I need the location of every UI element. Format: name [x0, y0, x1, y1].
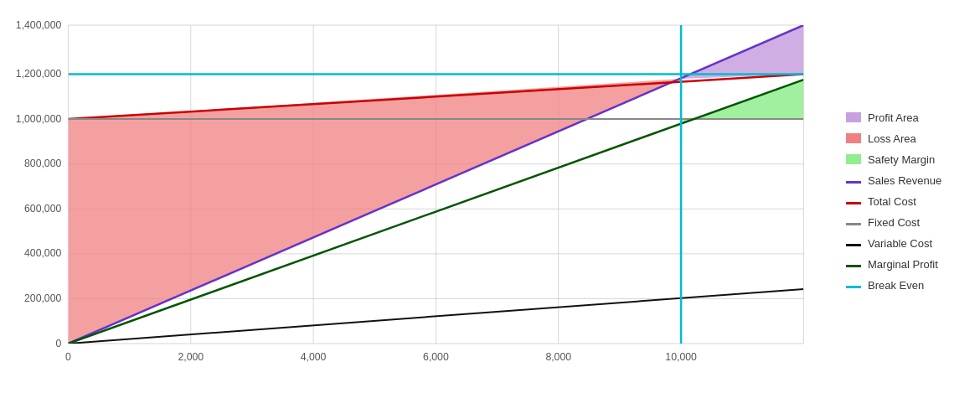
- chart-svg: 1,400,000 1,200,000 1,000,000 800,000 60…: [8, 17, 829, 385]
- legend-break-even: Break Even: [846, 279, 972, 292]
- legend-color-loss-area: [846, 133, 861, 143]
- legend-label-break-even: Break Even: [868, 279, 924, 292]
- legend-color-break-even: [846, 286, 861, 288]
- legend-label-variable-cost: Variable Cost: [868, 237, 932, 250]
- legend-color-safety-margin: [846, 154, 861, 164]
- x-label-2000: 2,000: [178, 351, 204, 363]
- legend-color-total-cost: [846, 202, 861, 204]
- legend-label-safety-margin: Safety Margin: [868, 153, 935, 166]
- legend-color-sales-revenue: [846, 181, 861, 184]
- legend-color-marginal-profit: [846, 265, 861, 267]
- chart-area: 1,400,000 1,200,000 1,000,000 800,000 60…: [8, 17, 829, 385]
- y-label-1400000: 1,400,000: [16, 19, 62, 31]
- x-label-6000: 6,000: [423, 351, 449, 363]
- y-label-600000: 600,000: [24, 203, 61, 215]
- chart-legend: Profit Area Loss Area Safety Margin Sale…: [838, 17, 972, 385]
- y-label-1000000: 1,000,000: [16, 113, 62, 125]
- y-label-400000: 400,000: [24, 247, 61, 259]
- legend-sales-revenue: Sales Revenue: [846, 174, 972, 187]
- x-label-4000: 4,000: [301, 351, 327, 363]
- x-label-8000: 8,000: [545, 351, 571, 363]
- legend-color-fixed-cost: [846, 223, 861, 225]
- legend-color-profit-area: [846, 112, 861, 122]
- legend-label-sales-revenue: Sales Revenue: [868, 174, 941, 187]
- y-label-1200000: 1,200,000: [16, 68, 62, 80]
- legend-total-cost: Total Cost: [846, 195, 972, 208]
- legend-fixed-cost: Fixed Cost: [846, 216, 972, 229]
- legend-label-total-cost: Total Cost: [868, 195, 916, 208]
- legend-safety-margin: Safety Margin: [846, 153, 972, 166]
- x-label-10000: 10,000: [665, 351, 697, 363]
- y-label-800000: 800,000: [24, 158, 61, 169]
- legend-variable-cost: Variable Cost: [846, 237, 972, 250]
- legend-loss-area: Loss Area: [846, 132, 972, 145]
- legend-label-loss-area: Loss Area: [868, 132, 916, 145]
- main-container: 1,400,000 1,200,000 1,000,000 800,000 60…: [0, 0, 980, 419]
- legend-label-marginal-profit: Marginal Profit: [868, 258, 938, 271]
- legend-color-variable-cost: [846, 244, 861, 246]
- legend-marginal-profit: Marginal Profit: [846, 258, 972, 271]
- legend-profit-area: Profit Area: [846, 111, 972, 124]
- legend-label-profit-area: Profit Area: [868, 111, 919, 124]
- legend-label-fixed-cost: Fixed Cost: [868, 216, 920, 229]
- x-label-0: 0: [65, 351, 71, 363]
- y-label-200000: 200,000: [24, 292, 61, 304]
- y-label-0: 0: [55, 338, 61, 349]
